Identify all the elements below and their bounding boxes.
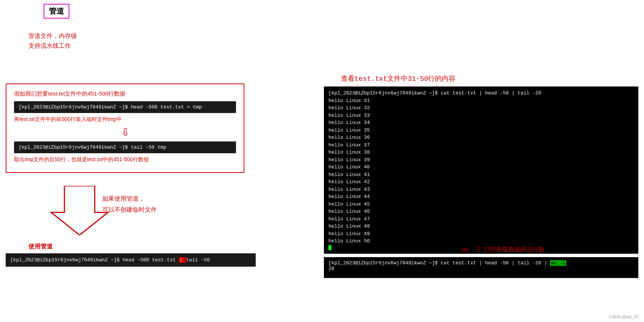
red-box-desc2: 将test.txt文件中的前500行装入临时文件tmp中 <box>14 116 236 123</box>
terminal-line: hello Linux 43 <box>328 186 634 193</box>
cmd1-text: [kpl_2023@iZbp15r6jnv6wj7049ikwnZ ~]$ he… <box>19 104 202 110</box>
wc-before: [kpl_2023@iZbp15r6jnv6wj7049ikwnZ ~]$ ca… <box>328 260 550 266</box>
wc-cmd: wc -l <box>550 260 566 266</box>
svg-marker-0 <box>51 186 108 235</box>
bottom-cmd-block: [kpl_2023@iZbp15r6jnv6wj7049ikwnZ ~]$ he… <box>6 253 256 267</box>
terminal-line: hello Linux 40 <box>328 163 634 171</box>
terminal-line: hello Linux 35 <box>328 127 634 134</box>
red-box-desc3: 取出tmp文件的后50行，也就是test.txt中的451-500行数据 <box>14 156 236 163</box>
terminal-prompt-line: [kpl_2023@iZbp15r6jnv6wj7049ikwnZ ~]$ ca… <box>328 90 634 97</box>
terminal-line: hello Linux 38 <box>328 149 634 156</box>
down-arrow-icon: ⇩ <box>14 126 236 138</box>
terminal-line: hello Linux 49 <box>328 230 634 238</box>
terminal-line: hello Linux 39 <box>328 156 634 164</box>
title-text: 管道 <box>49 7 64 15</box>
subtitle-text: 管道文件，内存级 支持流水线工作 <box>28 31 77 50</box>
terminal-line: hello Linux 31 <box>328 97 634 105</box>
wc-terminal: [kpl_2023@iZbp15r6jnv6wj7049ikwnZ ~]$ ca… <box>324 257 638 278</box>
terminal-line: hello Linux 41 <box>328 171 634 179</box>
terminal-line: hello Linux 36 <box>328 134 634 141</box>
right-top-title: 查看test.txt文件中31-50行的内容 <box>341 74 455 83</box>
cmd-block-2: [kpl_2023@iZbp15r6jnv6wj7049ikwnZ ~]$ ta… <box>14 141 236 153</box>
terminal-line: hello Linux 45 <box>328 201 634 208</box>
terminal-line: hello Linux 32 <box>328 104 634 112</box>
pipe-symbol: | <box>179 257 186 263</box>
terminal-line: hello Linux 48 <box>328 223 634 230</box>
cursor: █ <box>328 245 331 251</box>
terminal-line: hello Linux 42 <box>328 178 634 186</box>
bottom-cmd-before: [kpl_2023@iZbp15r6jnv6wj7049ikwnZ ~]$ he… <box>10 257 179 263</box>
subtitle-line2: 支持流水线工作 <box>28 41 77 51</box>
cmd2-text: [kpl_2023@iZbp15r6jnv6wj7049ikwnZ ~]$ ta… <box>19 145 166 150</box>
terminal-line: hello Linux 34 <box>328 119 634 127</box>
terminal-line: hello Linux 46 <box>328 208 634 215</box>
terminal-line: hello Linux 50 <box>328 237 634 245</box>
terminal-line: hello Linux 44 <box>328 193 634 201</box>
cmd-block-1: [kpl_2023@iZbp15r6jnv6wj7049ikwnZ ~]$ he… <box>14 101 236 113</box>
bottom-cmd-after: tail -50 <box>186 257 209 263</box>
terminal-line: hello Linux 37 <box>328 141 634 149</box>
red-box-desc1: 假如我们想要test.txt文件中的451-500行数据 <box>14 90 236 97</box>
terminal-top: [kpl_2023@iZbp15r6jnv6wj7049ikwnZ ~]$ ca… <box>324 86 638 254</box>
subtitle-line1: 管道文件，内存级 <box>28 31 77 41</box>
wc-result: 20 <box>328 266 634 272</box>
terminal-line: hello Linux 47 <box>328 215 634 223</box>
wc-label: wc -l 打印所取数据的总行数 <box>462 246 545 254</box>
terminal-lines: hello Linux 31hello Linux 32hello Linux … <box>328 97 634 245</box>
watermark: CSDN @kpl_20 <box>609 314 638 319</box>
arrow-label-line2: 可以不创建临时文件 <box>102 204 157 215</box>
arrow-label: 如果使用管道， 可以不创建临时文件 <box>102 193 157 215</box>
arrow-label-line1: 如果使用管道， <box>102 193 157 204</box>
wc-prompt-line: [kpl_2023@iZbp15r6jnv6wj7049ikwnZ ~]$ ca… <box>328 260 634 266</box>
title-box: 管道 <box>44 4 69 19</box>
bottom-section-label: 使用管道 <box>28 243 53 251</box>
terminal-line: hello Linux 33 <box>328 112 634 119</box>
red-border-box: 假如我们想要test.txt文件中的451-500行数据 [kpl_2023@i… <box>6 83 244 173</box>
